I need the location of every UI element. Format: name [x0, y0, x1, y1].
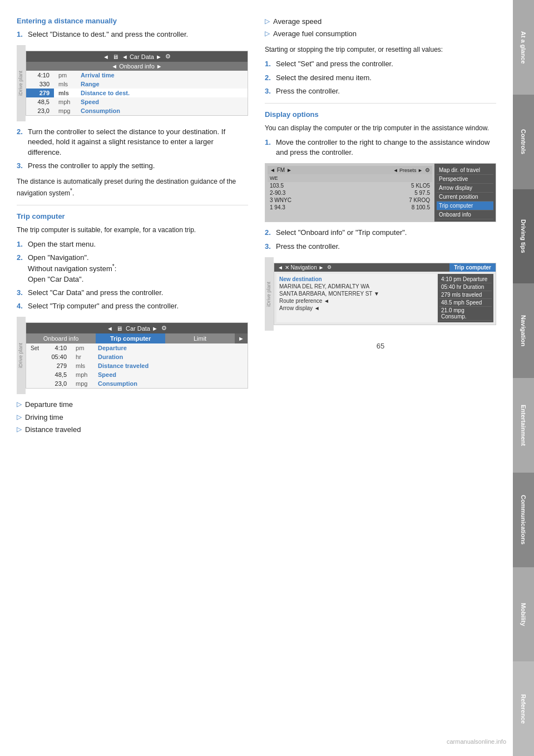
bottom-header: ◄ ✕ Navigation ► ⚙ Trip computer	[274, 263, 496, 272]
tab-mobility[interactable]: Mobility	[513, 567, 534, 662]
car-data-ui-box-2: iDrive plant ◄ 🖥 Car Data ► ⚙ Onboard in…	[17, 317, 248, 394]
table-row: 23,0 mpg Consumption	[26, 106, 248, 115]
mockup-header-row: ◄ FM ► ◄ Presets ► ⚙	[268, 166, 432, 174]
dest-1: MARINA DEL REY, ADMIRALTY WA	[278, 283, 435, 290]
side-label-3: iDrive plant	[265, 257, 274, 331]
list-item: ▷ Distance traveled	[17, 425, 248, 435]
display-steps: 1. Move the controller to the right to c…	[265, 138, 496, 158]
right-bullet-list: ▷ Average speed ▷ Average fuel consumpti…	[265, 17, 496, 39]
list-item: ▷ Driving time	[17, 413, 248, 423]
trip-header: ◄ 🖥 Car Data ► ⚙	[26, 323, 248, 333]
reset-intro: Starting or stopping the trip computer, …	[265, 45, 496, 55]
right-column: ▷ Average speed ▷ Average fuel consumpti…	[265, 17, 496, 440]
table-row: 48,5 mph Speed	[26, 97, 248, 106]
car-data-ui-box-1: iDrive plant ◄ 🖥 ◄ Car Data ► ⚙ ◄ Onboar…	[17, 45, 248, 121]
dest-route: Route preference ◄	[278, 297, 435, 305]
page-number: 65	[265, 342, 496, 350]
trip-data-right: 4:10 pm Departure 05:40 hr Duration 279 …	[438, 274, 493, 322]
section-heading-display: Display options	[265, 110, 496, 119]
side-tabs: At a glance Controls Driving tips Naviga…	[513, 0, 534, 756]
trip-step-1: 1. Open the start menu.	[17, 239, 248, 249]
tab-communications[interactable]: Communications	[513, 473, 534, 567]
dest-2: SANTA BARBARA, MONTERREY ST ▼	[278, 290, 435, 297]
menu-item-onboard-info[interactable]: Onboard info	[437, 210, 493, 219]
side-label-1: iDrive plant	[17, 45, 26, 121]
car-data-box-1: ◄ 🖥 ◄ Car Data ► ⚙ ◄ Onboard info ► 4:10…	[26, 51, 248, 116]
nav-header-left: ◄ ✕ Navigation ► ⚙	[274, 263, 449, 272]
distance-step-3: 3. Press the controller to apply the set…	[17, 161, 248, 171]
mockup-left: ◄ FM ► ◄ Presets ► ⚙ WE 103.55 KLO5 2-90…	[265, 164, 434, 222]
mockup-row-3: 3 WNYC7 KROQ	[268, 197, 432, 204]
distance-steps: 1. Select "Distance to dest." and press …	[17, 30, 248, 40]
left-column: Entering a distance manually 1. Select "…	[17, 17, 248, 440]
tab-controls[interactable]: Controls	[513, 95, 534, 189]
tab-entertainment[interactable]: Entertainment	[513, 378, 534, 473]
menu-item-perspective[interactable]: Perspective	[437, 175, 493, 184]
reset-step-1: 1. Select "Set" and press the controller…	[265, 59, 496, 69]
tab-driving-tips[interactable]: Driving tips	[513, 189, 534, 284]
table-row: 279 mls Distance traveled	[26, 361, 248, 370]
tab-at-a-glance[interactable]: At a glance	[513, 0, 534, 95]
trip-computer-box: ◄ 🖥 Car Data ► ⚙ Onboard info Trip compu…	[26, 322, 248, 389]
nav-destinations: New destination MARINA DEL REY, ADMIRALT…	[276, 274, 437, 322]
section-display-options: Display options You can display the comp…	[265, 110, 496, 331]
menu-item-trip-computer[interactable]: Trip computer	[437, 202, 493, 210]
tab-trip-computer[interactable]: Trip computer	[96, 333, 165, 343]
mockup-row-2: 2-90.35 97.5	[268, 189, 432, 197]
distance-steps-2: 2. Turn the controller to select the dis…	[17, 127, 248, 171]
divider-1	[17, 205, 248, 205]
car-data-table-1: 4:10 pm Arrival time 330 mls Range 279 m…	[26, 71, 248, 115]
tab-reference[interactable]: Reference	[513, 661, 534, 756]
trip-step-4: 4. Select "Trip computer" and press the …	[17, 301, 248, 311]
mockup-we-row: WE	[268, 174, 432, 182]
trip-data-row-5: 21.0 mpg Consump.	[439, 307, 492, 321]
dest-new: New destination	[278, 276, 435, 283]
bottom-nav-mockup: ◄ ✕ Navigation ► ⚙ Trip computer New des…	[274, 263, 496, 325]
divider-2	[265, 103, 496, 104]
bottom-mockup-container: iDrive plant ◄ ✕ Navigation ► ⚙ Trip com…	[265, 257, 496, 331]
list-item: ▷ Departure time	[17, 400, 248, 410]
mockup-right-menu: Map dir. of travel Perspective Arrow dis…	[434, 164, 496, 222]
tab-onboard-info[interactable]: Onboard info	[26, 333, 96, 343]
menu-item-map-dir[interactable]: Map dir. of travel	[437, 166, 493, 175]
dest-arrow: Arrow display ◄	[278, 305, 435, 312]
tab-limit[interactable]: Limit	[165, 333, 235, 343]
trip-data-row-4: 48.5 mph Speed	[439, 299, 492, 307]
reset-steps: 1. Select "Set" and press the controller…	[265, 59, 496, 96]
table-row: 330 mls Range	[26, 80, 248, 89]
main-content: Entering a distance manually 1. Select "…	[0, 0, 513, 457]
table-row: Set 4:10 pm Departure	[26, 343, 248, 352]
table-row: 23,0 mpg Consumption	[26, 379, 248, 388]
table-row-highlight: 279 mls Distance to dest.	[26, 89, 248, 97]
trip-data-row-1: 4:10 pm Departure	[439, 276, 492, 283]
watermark: carmanualsonline.info	[447, 738, 506, 745]
trip-step-3: 3. Select "Car Data" and press the contr…	[17, 288, 248, 298]
trip-tab-row: Onboard info Trip computer Limit ►	[26, 333, 248, 343]
trip-table: Set 4:10 pm Departure 05:40 hr Duration	[26, 343, 248, 388]
car-data-sub-header-1: ◄ Onboard info ►	[26, 62, 248, 71]
display-options-mockup: ◄ FM ► ◄ Presets ► ⚙ WE 103.55 KLO5 2-90…	[265, 163, 496, 222]
trip-computer-label: Trip computer	[449, 263, 496, 272]
trip-data-row-3: 279 mls traveled	[439, 291, 492, 299]
tab-arrow[interactable]: ►	[235, 333, 248, 343]
side-label-2: iDrive plant	[17, 317, 26, 394]
mockup-row-4: 1 94.38 100.5	[268, 204, 432, 211]
reset-step-2: 2. Select the desired menu item.	[265, 73, 496, 83]
menu-item-current-position[interactable]: Current position	[437, 193, 493, 202]
table-row: 05:40 hr Duration	[26, 352, 248, 361]
table-row: 4:10 pm Arrival time	[26, 71, 248, 80]
trip-data-row-2: 05:40 hr Duration	[439, 283, 492, 291]
trip-intro: The trip computer is suitable, for examp…	[17, 225, 248, 235]
reset-step-3: 3. Press the controller.	[265, 86, 496, 96]
section-trip-computer: Trip computer The trip computer is suita…	[17, 212, 248, 435]
tab-navigation[interactable]: Navigation	[513, 283, 534, 378]
display-step-1: 1. Move the controller to the right to c…	[265, 138, 496, 158]
trip-bullet-list: ▷ Departure time ▷ Driving time ▷ Distan…	[17, 400, 248, 435]
display-step-2: 2. Select "Onboard info" or "Trip comput…	[265, 228, 496, 238]
distance-note: The distance is automatically preset dur…	[17, 176, 248, 198]
section-entering-distance: Entering a distance manually 1. Select "…	[17, 17, 248, 198]
display-intro: You can display the computer or the trip…	[265, 123, 496, 133]
menu-item-arrow-display[interactable]: Arrow display	[437, 184, 493, 193]
list-item: ▷ Average speed	[265, 17, 496, 27]
section-heading-distance: Entering a distance manually	[17, 17, 248, 25]
